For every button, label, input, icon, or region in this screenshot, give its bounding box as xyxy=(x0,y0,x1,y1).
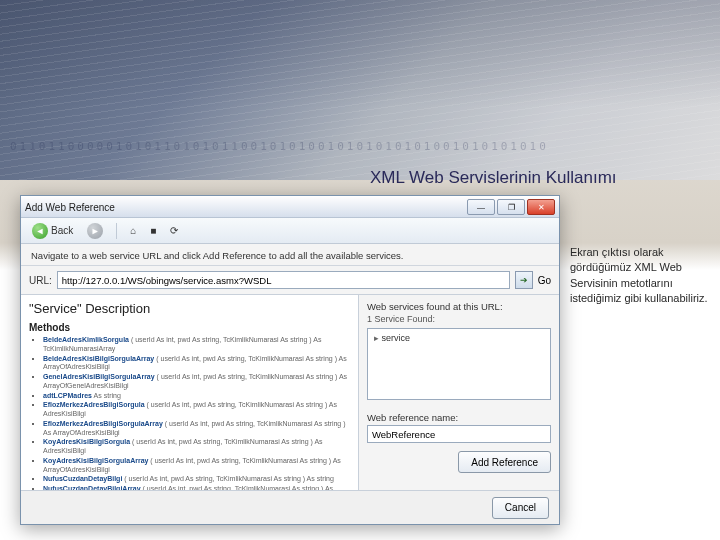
url-input[interactable] xyxy=(57,271,510,289)
method-item[interactable]: adtLCPMadres As string xyxy=(43,392,350,401)
method-item[interactable]: NufusCuzdanDetayBilgi ( userId As int, p… xyxy=(43,475,350,484)
titlebar[interactable]: Add Web Reference — ❐ ✕ xyxy=(21,196,559,218)
go-label: Go xyxy=(538,275,551,286)
add-web-reference-dialog: Add Web Reference — ❐ ✕ ◄ Back ► ⌂ ■ ⟳ N… xyxy=(20,195,560,525)
service-tree-item[interactable]: service xyxy=(374,333,544,343)
instruction-text: Navigate to a web service URL and click … xyxy=(21,244,559,266)
maximize-button[interactable]: ❐ xyxy=(497,199,525,215)
nav-toolbar: ◄ Back ► ⌂ ■ ⟳ xyxy=(21,218,559,244)
slide-title: XML Web Servislerinin Kullanımı xyxy=(370,168,617,188)
back-button[interactable]: ◄ Back xyxy=(27,221,78,241)
forward-icon: ► xyxy=(87,223,103,239)
bottom-bar: Cancel xyxy=(21,490,559,524)
refresh-icon: ⟳ xyxy=(170,225,178,236)
background-digits: 0110110000010101101010110010101001010101… xyxy=(10,140,710,153)
close-button[interactable]: ✕ xyxy=(527,199,555,215)
url-label: URL: xyxy=(29,275,52,286)
go-icon: ➔ xyxy=(520,275,528,285)
method-item[interactable]: EflozMerkezAdresBilgiSorgulaArray ( user… xyxy=(43,420,350,438)
minimize-button[interactable]: — xyxy=(467,199,495,215)
background-image xyxy=(0,0,720,180)
url-row: URL: ➔ Go xyxy=(21,266,559,295)
home-icon: ⌂ xyxy=(130,225,136,236)
refresh-button[interactable]: ⟳ xyxy=(165,223,183,238)
method-item[interactable]: KoyAdresKisiBilgiSorgulaArray ( userId A… xyxy=(43,457,350,475)
slide-body-text: Ekran çıktısı olarak gördüğümüz XML Web … xyxy=(570,245,710,307)
method-item[interactable]: BeldeAdresKisiBilgiSorgulaArray ( userId… xyxy=(43,355,350,373)
stop-icon: ■ xyxy=(150,225,156,236)
service-description-pane: "Service" Description Methods BeldeAdres… xyxy=(21,295,359,490)
back-icon: ◄ xyxy=(32,223,48,239)
dialog-title: Add Web Reference xyxy=(25,202,115,213)
reference-name-input[interactable] xyxy=(367,425,551,443)
go-button[interactable]: ➔ xyxy=(515,271,533,289)
found-label: Web services found at this URL: xyxy=(359,295,559,314)
found-count: 1 Service Found: xyxy=(359,314,559,328)
description-title: "Service" Description xyxy=(29,301,350,316)
cancel-button[interactable]: Cancel xyxy=(492,497,549,519)
separator xyxy=(116,223,117,239)
dialog-body: "Service" Description Methods BeldeAdres… xyxy=(21,295,559,490)
methods-heading: Methods xyxy=(29,322,350,333)
forward-button[interactable]: ► xyxy=(82,221,108,241)
services-tree[interactable]: service xyxy=(367,328,551,400)
stop-button[interactable]: ■ xyxy=(145,223,161,238)
window-controls: — ❐ ✕ xyxy=(467,199,555,215)
home-button[interactable]: ⌂ xyxy=(125,223,141,238)
method-item[interactable]: KoyAdresKisiBilgiSorgula ( userId As int… xyxy=(43,438,350,456)
add-reference-button[interactable]: Add Reference xyxy=(458,451,551,473)
method-item[interactable]: GenelAdresKisiBilgiSorgulaArray ( userId… xyxy=(43,373,350,391)
back-label: Back xyxy=(51,225,73,236)
methods-list: BeldeAdresKimlikSorgula ( userId As int,… xyxy=(29,336,350,490)
method-item[interactable]: EflozMerkezAdresBilgiSorgula ( userId As… xyxy=(43,401,350,419)
method-item[interactable]: BeldeAdresKimlikSorgula ( userId As int,… xyxy=(43,336,350,354)
right-pane: Web services found at this URL: 1 Servic… xyxy=(359,295,559,490)
reference-name-label: Web reference name: xyxy=(359,408,559,425)
